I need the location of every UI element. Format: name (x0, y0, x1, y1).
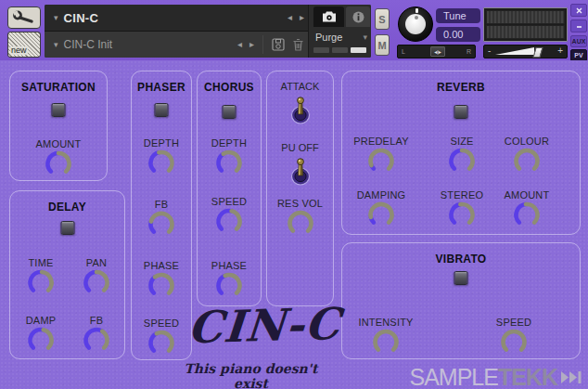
phaser-speed-knob[interactable] (145, 329, 178, 358)
trash-icon (292, 38, 304, 51)
saturation-title: SATURATION (10, 81, 107, 94)
prev-instrument-arrow[interactable]: ◂ (284, 11, 296, 24)
pan-right-label: R (463, 48, 475, 55)
knob-label: SPEED (198, 196, 261, 207)
phaser-fb-knob[interactable] (145, 210, 178, 240)
preset-name: CIN-C Init (64, 38, 113, 51)
attack-label: ATTACK (267, 81, 333, 92)
switches-panel: ATTACK PU OFF (266, 71, 334, 306)
phaser-bypass-button[interactable] (155, 103, 169, 117)
saturation-bypass-button[interactable] (52, 103, 66, 117)
delay-damp-knob[interactable] (24, 326, 58, 356)
chorus-depth-knob[interactable] (212, 149, 246, 178)
chorus-title: CHORUS (198, 81, 261, 94)
delay-bypass-button[interactable] (60, 221, 74, 235)
new-instance-button[interactable]: new (7, 32, 41, 58)
knob-label: PHASE (198, 260, 261, 271)
view-tabs-block: Purge ▾ (308, 5, 371, 58)
kontakt-instrument-window: new ▾ CIN-C ◂ ▸ ▾ CIN-C Init ◂ ▸ (0, 0, 588, 389)
pu-off-toggle-switch[interactable] (287, 155, 314, 190)
phaser-title: PHASER (132, 81, 191, 94)
fast-forward-icon (560, 370, 582, 384)
reverb-amount-knob[interactable] (510, 201, 543, 230)
camera-icon (322, 11, 337, 22)
volume-plus-label: + (557, 45, 563, 56)
delay-fb-knob[interactable] (80, 326, 113, 356)
reverb-damping-knob[interactable] (364, 201, 398, 230)
level-meters (483, 7, 568, 42)
memory-indicator-bar (332, 47, 348, 53)
instrument-collapse-chevron[interactable]: ▾ (54, 13, 58, 22)
res-vol-knob[interactable] (284, 209, 317, 239)
tune-label: Tune (436, 8, 480, 23)
knob-label: DEPTH (132, 137, 191, 149)
delay-title: DELAY (10, 201, 124, 214)
vibrato-intensity-knob[interactable] (369, 328, 403, 357)
phaser-phase-knob[interactable] (145, 271, 178, 301)
pan-left-label: L (398, 48, 409, 55)
knob-label: PHASE (132, 260, 191, 271)
chorus-panel: CHORUS DEPTH SPEED PHASE (197, 71, 262, 306)
close-button[interactable] (570, 4, 587, 17)
preset-dropdown-chevron[interactable]: ▾ (54, 40, 58, 49)
reverb-colour-knob[interactable] (510, 147, 543, 176)
tab-performance-view[interactable] (313, 6, 344, 27)
aux-button[interactable]: AUX (570, 35, 587, 47)
reverb-bypass-button[interactable] (454, 105, 468, 119)
pu-off-label: PU OFF (267, 142, 333, 153)
knob-label: FB (132, 199, 191, 210)
chorus-phase-knob[interactable] (212, 271, 246, 301)
volume-slider-handle[interactable] (532, 47, 543, 58)
level-meter-left (486, 10, 565, 24)
knob-label: AMOUNT (490, 189, 564, 201)
pan-slider[interactable]: L R ◂|▸ (397, 45, 476, 58)
instrument-main-panel: SATURATION AMOUNT DELAY TIME PAN DAMP (0, 60, 588, 389)
knob-label: PAN (70, 257, 123, 268)
delete-preset-button[interactable] (288, 38, 308, 51)
knob-label: AMOUNT (10, 138, 107, 149)
reverb-title: REVERB (342, 81, 580, 94)
instrument-header: new ▾ CIN-C ◂ ▸ ▾ CIN-C Init ◂ ▸ (0, 0, 588, 60)
chorus-bypass-button[interactable] (223, 105, 236, 119)
pan-slider-handle[interactable]: ◂|▸ (430, 46, 445, 57)
saturation-amount-knob[interactable] (42, 149, 75, 179)
vibrato-panel: VIBRATO INTENSITY SPEED (341, 242, 581, 359)
knob-label: INTENSITY (344, 317, 428, 328)
knob-label: FB (70, 315, 123, 326)
reverb-stereo-knob[interactable] (445, 201, 479, 230)
chorus-speed-knob[interactable] (212, 207, 246, 237)
tune-knob[interactable] (398, 6, 433, 42)
memory-indicator-bar (313, 47, 329, 53)
tune-value[interactable]: 0.00 (436, 27, 480, 42)
knob-label: PREDELAY (344, 136, 418, 147)
attack-toggle-switch[interactable] (287, 94, 314, 129)
new-button-label: new (10, 46, 28, 55)
edit-wrench-button[interactable] (7, 6, 41, 29)
phaser-depth-knob[interactable] (145, 149, 178, 178)
next-preset-arrow[interactable]: ▸ (246, 38, 258, 51)
mute-button[interactable]: M (375, 34, 390, 56)
delay-pan-knob[interactable] (80, 268, 113, 298)
knob-label: RES VOL (267, 198, 333, 209)
prev-preset-arrow[interactable]: ◂ (234, 38, 246, 51)
solo-button[interactable]: S (375, 8, 390, 30)
preset-row: ▾ CIN-C Init ◂ ▸ (45, 31, 308, 58)
cin-c-logo: CIN-C (184, 298, 345, 354)
delay-panel: DELAY TIME PAN DAMP FB (9, 190, 125, 359)
next-instrument-arrow[interactable]: ▸ (296, 11, 308, 24)
info-icon (352, 11, 364, 23)
knob-label: TIME (12, 257, 70, 268)
minimize-button[interactable] (570, 19, 587, 32)
delay-time-knob[interactable] (24, 268, 58, 298)
reverb-predelay-knob[interactable] (364, 147, 398, 176)
vibrato-speed-knob[interactable] (497, 328, 530, 357)
tab-info-view[interactable] (346, 6, 370, 27)
purge-dropdown[interactable]: Purge ▾ (309, 29, 371, 45)
vibrato-bypass-button[interactable] (454, 271, 468, 285)
knob-label: DEPTH (198, 137, 261, 149)
saturation-panel: SATURATION AMOUNT (9, 71, 108, 181)
volume-slider[interactable]: - + (483, 45, 568, 58)
save-preset-button[interactable] (268, 38, 288, 51)
volume-minus-label: - (488, 45, 491, 56)
reverb-size-knob[interactable] (445, 147, 479, 176)
